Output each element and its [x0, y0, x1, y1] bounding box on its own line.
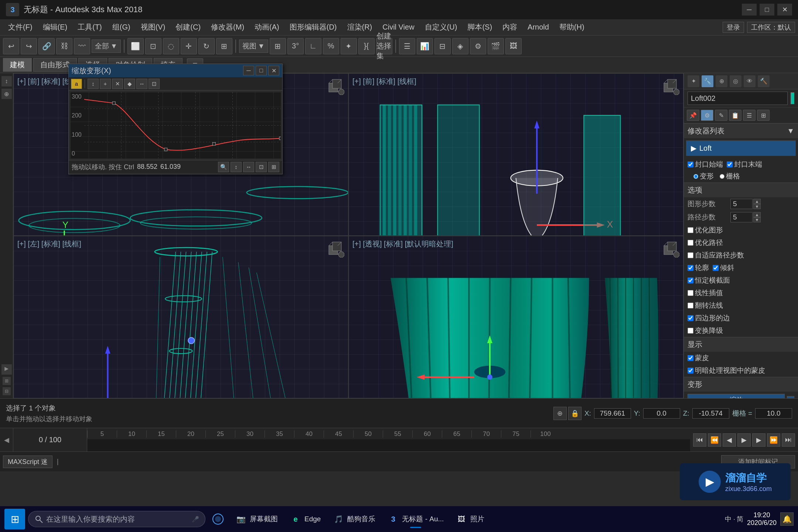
- scale-dialog-tool-6[interactable]: ⊡: [149, 79, 160, 89]
- transform-check[interactable]: 变换降级: [688, 326, 723, 335]
- render-setup-btn[interactable]: ⚙: [470, 38, 486, 54]
- view-dropdown[interactable]: 视图 ▼: [239, 40, 268, 53]
- banking-check[interactable]: 倾斜: [713, 263, 734, 273]
- scale-dialog-tool-2[interactable]: ↕: [88, 79, 99, 89]
- linear-check[interactable]: 线性插值: [688, 288, 723, 298]
- login-btn[interactable]: 登录: [723, 22, 744, 33]
- taskbar-music[interactable]: 🎵 酷狗音乐: [328, 509, 380, 529]
- mod-icon-2[interactable]: ⚙: [701, 110, 713, 121]
- menu-edit[interactable]: 编辑(E): [38, 21, 73, 34]
- lang-indicator[interactable]: 中 ∙: [725, 515, 735, 524]
- scale-dialog-tool-delete[interactable]: ✕: [112, 79, 123, 89]
- lasso-button[interactable]: ◌: [163, 38, 179, 54]
- close-button[interactable]: ✕: [777, 4, 792, 16]
- undo-button[interactable]: ↩: [3, 38, 19, 54]
- menu-arnold[interactable]: Arnold: [522, 21, 554, 33]
- select-dropdown[interactable]: 全部 ▼: [92, 40, 121, 53]
- track-view-btn[interactable]: 📊: [417, 38, 433, 54]
- panel-hierarchy-tab[interactable]: ⊕: [716, 75, 727, 87]
- mod-icon-6[interactable]: ⊞: [757, 110, 770, 121]
- panel-create-tab[interactable]: ✦: [688, 75, 699, 87]
- deform-scale-btn[interactable]: 缩放: [688, 394, 785, 398]
- play-prev-key-btn[interactable]: ⏪: [708, 433, 721, 447]
- constant-check[interactable]: 恒定横截面: [688, 276, 730, 285]
- path-steps-down[interactable]: ▼: [753, 217, 761, 222]
- adaptive-check[interactable]: 自适应路径步数: [688, 250, 744, 260]
- object-color-swatch[interactable]: [791, 92, 794, 104]
- nav-cube-tr[interactable]: [661, 76, 679, 95]
- shade-skin-cb[interactable]: [688, 368, 693, 374]
- radio-morph[interactable]: 变形: [693, 171, 714, 181]
- play-btn[interactable]: ▶: [737, 433, 751, 447]
- timeline-track[interactable]: 5 10 15 20 25 30 35 40 45 50 55 60 65 70…: [87, 428, 690, 451]
- taskbar-search[interactable]: 在这里输入你要搜索的内容 🎤: [28, 511, 205, 527]
- select-string-btn[interactable]: 创建选择集: [376, 38, 392, 54]
- unlink-button[interactable]: ⛓: [56, 38, 72, 54]
- nav-cube-bl[interactable]: [326, 239, 344, 258]
- skin-check[interactable]: 蒙皮: [688, 353, 709, 363]
- spinner-snap[interactable]: ✦: [341, 38, 357, 54]
- menu-tools[interactable]: 工具(T): [72, 21, 107, 34]
- chain-button[interactable]: 〰: [74, 38, 90, 54]
- scale-dialog-tool-5[interactable]: ↔: [136, 79, 147, 89]
- cap-start-check[interactable]: 封口始端: [688, 160, 723, 169]
- menu-script[interactable]: 脚本(S): [462, 21, 497, 34]
- transform-cb[interactable]: [688, 328, 693, 334]
- select-button[interactable]: ⬜: [127, 38, 144, 54]
- viewport-icons[interactable]: ⊞: [3, 377, 11, 385]
- snap-button[interactable]: 3°: [287, 38, 304, 54]
- mirror-button[interactable]: }{: [358, 38, 375, 54]
- menu-content[interactable]: 内容: [497, 21, 522, 34]
- panel-modify-tab[interactable]: 🔧: [702, 75, 713, 87]
- mod-icon-3[interactable]: ✎: [715, 110, 727, 121]
- minimize-button[interactable]: ─: [742, 4, 757, 16]
- menu-view[interactable]: 视图(V): [136, 21, 171, 34]
- menu-group[interactable]: 组(G): [107, 21, 136, 34]
- additive-select-icon[interactable]: ⊕: [553, 407, 567, 420]
- taskbar-3dsmax[interactable]: 3 无标题 - Au...: [383, 509, 448, 529]
- align-button[interactable]: ⊞: [270, 38, 286, 54]
- select-region-button[interactable]: ⊡: [145, 38, 161, 54]
- menu-render[interactable]: 渲染(R): [342, 21, 378, 34]
- menu-custom[interactable]: 自定义(U): [420, 21, 463, 34]
- menu-help[interactable]: 帮助(H): [554, 21, 590, 34]
- nav-cube-tl[interactable]: [326, 76, 344, 95]
- constant-cb[interactable]: [688, 277, 693, 283]
- viewport-top-right[interactable]: [+] [前] [标准] [线框]: [348, 73, 683, 236]
- optimize-shapes-check[interactable]: 优化图形: [688, 225, 723, 235]
- menu-modifier[interactable]: 修改器(M): [206, 21, 249, 34]
- menu-file[interactable]: 文件(F): [3, 21, 38, 34]
- cap-end-checkbox[interactable]: [727, 161, 733, 167]
- path-steps-spinbox[interactable]: ▲ ▼: [730, 212, 761, 222]
- render-btn[interactable]: 🎬: [488, 38, 504, 54]
- taskbar-edge[interactable]: e Edge: [285, 509, 325, 529]
- notifications-btn[interactable]: 🔔: [780, 512, 794, 526]
- shape-steps-input[interactable]: [730, 199, 753, 209]
- path-steps-input[interactable]: [730, 212, 753, 222]
- play-first-btn[interactable]: ⏮: [693, 433, 706, 447]
- link-button[interactable]: 🔗: [38, 38, 55, 54]
- optimize-path-cb[interactable]: [688, 240, 693, 246]
- keyframe-prev-btn[interactable]: ◀: [4, 436, 9, 444]
- scale-nav-2[interactable]: ↕: [231, 162, 242, 172]
- scale-nav-3[interactable]: ↔: [243, 162, 254, 172]
- adaptive-cb[interactable]: [688, 252, 693, 258]
- percent-snap[interactable]: %: [323, 38, 339, 54]
- named-sel-btn[interactable]: ☰: [399, 38, 415, 54]
- taskbar-cortana[interactable]: [208, 509, 228, 529]
- taskbar-photos[interactable]: 🖼 照片: [451, 509, 489, 529]
- play-prev-frame-btn[interactable]: ◀: [723, 433, 736, 447]
- flip-cb[interactable]: [688, 303, 693, 308]
- cap-start-checkbox[interactable]: [688, 161, 693, 167]
- panel-utility-tab[interactable]: 🔨: [758, 75, 770, 87]
- modifier-item-loft[interactable]: ▶ Loft: [686, 141, 795, 156]
- dialog-close-btn[interactable]: ✕: [268, 66, 279, 75]
- menu-graph-editor[interactable]: 图形编辑器(D): [284, 21, 342, 34]
- material-editor-btn[interactable]: ◈: [452, 38, 468, 54]
- nav-cube-br[interactable]: [661, 239, 679, 258]
- dialog-minimize-btn[interactable]: ─: [243, 66, 254, 75]
- scale-dialog-tool-active[interactable]: a: [71, 79, 82, 89]
- schematic-btn[interactable]: ⊟: [434, 38, 451, 54]
- cap-end-check[interactable]: 封口末端: [727, 160, 762, 169]
- menu-animation[interactable]: 动画(A): [249, 21, 284, 34]
